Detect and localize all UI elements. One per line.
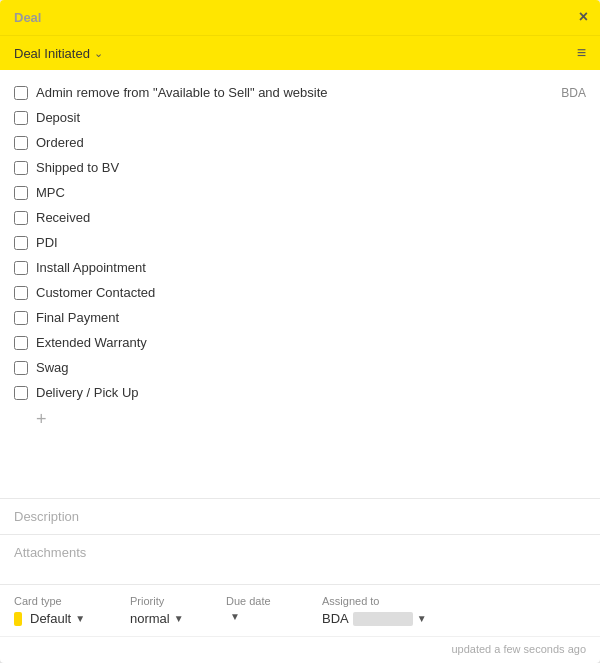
checklist-item-label: Extended Warranty (36, 335, 586, 350)
checklist-item: PDI (14, 230, 586, 255)
priority-value: normal (130, 611, 170, 626)
chevron-down-icon: ▼ (75, 613, 85, 624)
avatar (353, 612, 413, 626)
footer-fields: Card type Default ▼ Priority normal ▼ Du… (0, 584, 600, 636)
chevron-down-icon: ▼ (230, 611, 240, 622)
close-button[interactable]: × (579, 8, 588, 26)
checkbox-pdi[interactable] (14, 236, 28, 250)
card-color-dot (14, 612, 22, 626)
checkbox-admin-remove[interactable] (14, 86, 28, 100)
checklist-item-label: Admin remove from "Available to Sell" an… (36, 85, 553, 100)
checklist-item-label: PDI (36, 235, 586, 250)
checklist-item: Shipped to BV (14, 155, 586, 180)
hamburger-icon[interactable]: ≡ (577, 44, 586, 62)
checkbox-install-appointment[interactable] (14, 261, 28, 275)
checklist-item: Install Appointment (14, 255, 586, 280)
updated-timestamp: updated a few seconds ago (451, 643, 586, 655)
deal-bar: Deal Initiated ⌄ ≡ (0, 35, 600, 70)
checklist-item: Extended Warranty (14, 330, 586, 355)
description-label: Description (14, 509, 79, 524)
checklist-item: Customer Contacted (14, 280, 586, 305)
checklist-item-label: Final Payment (36, 310, 586, 325)
modal-header: Deal × (0, 0, 600, 35)
assigned-dropdown[interactable]: BDA ▼ (322, 611, 586, 626)
checklist-item-label: Deposit (36, 110, 586, 125)
checklist-item-label: Shipped to BV (36, 160, 586, 175)
attachments-label: Attachments (14, 545, 86, 560)
checklist-item: Ordered (14, 130, 586, 155)
card-type-label: Card type (14, 595, 114, 607)
checklist-item-label: Install Appointment (36, 260, 586, 275)
card-type-dropdown[interactable]: Default ▼ (14, 611, 114, 626)
description-section: Description (0, 498, 600, 534)
checklist-item-label: Swag (36, 360, 586, 375)
chevron-down-icon: ▼ (174, 613, 184, 624)
due-date-label: Due date (226, 595, 306, 607)
checkbox-extended-warranty[interactable] (14, 336, 28, 350)
assigned-label: Assigned to (322, 595, 586, 607)
checklist-item-label: Delivery / Pick Up (36, 385, 586, 400)
bda-badge: BDA (561, 86, 586, 100)
checklist-items: Admin remove from "Available to Sell" an… (14, 80, 586, 405)
due-date-group: Due date ▼ (226, 595, 306, 622)
due-date-dropdown[interactable]: ▼ (226, 611, 306, 622)
add-checklist-item-button[interactable]: + (14, 405, 47, 434)
checkbox-delivery-pickup[interactable] (14, 386, 28, 400)
priority-label: Priority (130, 595, 210, 607)
timestamp-section: updated a few seconds ago (0, 636, 600, 663)
checklist-item-label: MPC (36, 185, 586, 200)
priority-group: Priority normal ▼ (130, 595, 210, 626)
checkbox-final-payment[interactable] (14, 311, 28, 325)
checklist-item: MPC (14, 180, 586, 205)
checklist-item: Final Payment (14, 305, 586, 330)
modal-body: Admin remove from "Available to Sell" an… (0, 70, 600, 663)
checkbox-ordered[interactable] (14, 136, 28, 150)
card-type-group: Card type Default ▼ (14, 595, 114, 626)
deal-status-label: Deal Initiated (14, 46, 90, 61)
checkbox-deposit[interactable] (14, 111, 28, 125)
assigned-group: Assigned to BDA ▼ (322, 595, 586, 626)
checklist-item-label: Ordered (36, 135, 586, 150)
checklist-item-label: Customer Contacted (36, 285, 586, 300)
checklist-item: Admin remove from "Available to Sell" an… (14, 80, 586, 105)
checkbox-received[interactable] (14, 211, 28, 225)
checklist-section: Admin remove from "Available to Sell" an… (0, 70, 600, 498)
checkbox-customer-contacted[interactable] (14, 286, 28, 300)
deal-status-dropdown[interactable]: Deal Initiated ⌄ (14, 46, 103, 61)
checkbox-mpc[interactable] (14, 186, 28, 200)
checklist-item: Swag (14, 355, 586, 380)
checklist-item: Received (14, 205, 586, 230)
card-type-value: Default (30, 611, 71, 626)
checklist-item: Deposit (14, 105, 586, 130)
modal-container: Deal × Deal Initiated ⌄ ≡ Admin remove f… (0, 0, 600, 663)
chevron-down-icon: ⌄ (94, 47, 103, 60)
checklist-item: Delivery / Pick Up (14, 380, 586, 405)
checklist-item-label: Received (36, 210, 586, 225)
attachments-section: Attachments (0, 534, 600, 584)
checkbox-shipped-to-bv[interactable] (14, 161, 28, 175)
assigned-value: BDA (322, 611, 349, 626)
chevron-down-icon: ▼ (417, 613, 427, 624)
modal-title: Deal (14, 10, 41, 25)
checkbox-swag[interactable] (14, 361, 28, 375)
priority-dropdown[interactable]: normal ▼ (130, 611, 210, 626)
